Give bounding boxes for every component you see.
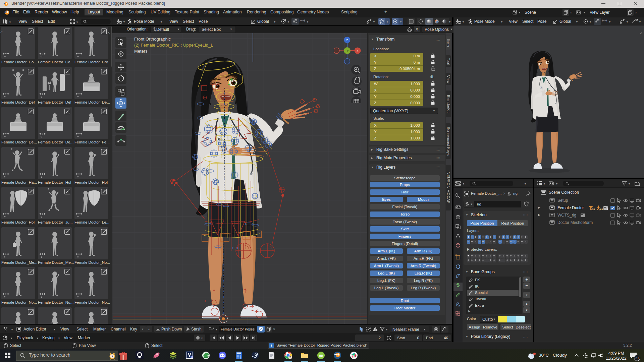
svg-text:X: X [357, 49, 359, 53]
svg-text:up: up [319, 354, 323, 357]
svg-text:-Y: -Y [345, 49, 349, 53]
svg-text:13: 13 [191, 356, 193, 358]
svg-text:Z: Z [346, 38, 348, 42]
